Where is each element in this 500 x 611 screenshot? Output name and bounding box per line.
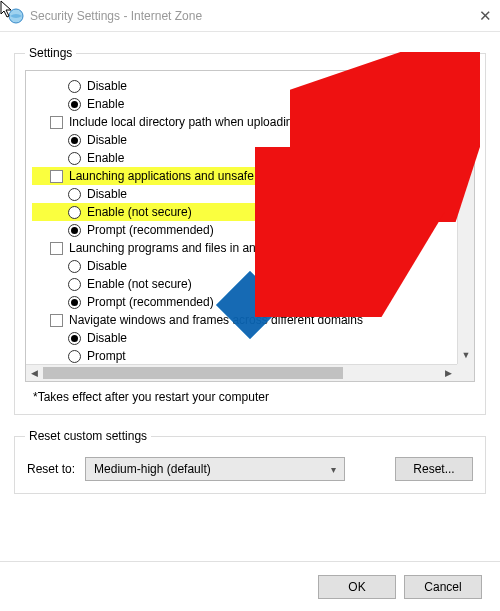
setting-category[interactable]: Launching applications and unsafe files <box>32 167 454 185</box>
radio-icon[interactable] <box>68 134 81 147</box>
option-label: Enable <box>87 151 124 165</box>
radio-icon[interactable] <box>68 98 81 111</box>
radio-icon[interactable] <box>68 350 81 363</box>
option-label: Disable <box>87 331 127 345</box>
scroll-left-icon[interactable]: ◀ <box>26 365 43 381</box>
vertical-scrollbar[interactable]: ▲ ▼ <box>457 71 474 364</box>
restart-note: *Takes effect after you restart your com… <box>33 390 473 404</box>
setting-category[interactable]: Launching programs and files in an IFRAM… <box>32 239 454 257</box>
setting-option[interactable]: Enable <box>32 149 454 167</box>
cancel-button[interactable]: Cancel <box>404 575 482 599</box>
settings-group: Settings DisableEnableInclude local dire… <box>14 46 486 415</box>
option-label: Enable (not secure) <box>87 205 192 219</box>
setting-option[interactable]: Enable <box>32 95 454 113</box>
radio-icon[interactable] <box>68 224 81 237</box>
setting-option[interactable]: Disable <box>32 131 454 149</box>
option-label: Disable <box>87 259 127 273</box>
option-label: Launching applications and unsafe files <box>69 169 278 183</box>
scroll-down-icon[interactable]: ▼ <box>458 347 474 364</box>
option-label: Enable (not secure) <box>87 277 192 291</box>
radio-icon[interactable] <box>68 206 81 219</box>
cursor-icon <box>0 0 14 18</box>
hscroll-thumb[interactable] <box>43 367 343 379</box>
setting-option[interactable]: Disable <box>32 185 454 203</box>
radio-icon[interactable] <box>68 188 81 201</box>
option-label: Launching programs and files in an IFRAM… <box>69 241 304 255</box>
option-label: Enable <box>87 97 124 111</box>
option-label: Disable <box>87 79 127 93</box>
radio-icon[interactable] <box>68 260 81 273</box>
radio-icon[interactable] <box>68 80 81 93</box>
option-label: Include local directory path when upload… <box>69 115 384 129</box>
reset-select[interactable]: Medium-high (default) ▾ <box>85 457 345 481</box>
option-label: Disable <box>87 187 127 201</box>
window-title: Security Settings - Internet Zone <box>30 9 452 23</box>
setting-category[interactable]: Include local directory path when upload… <box>32 113 454 131</box>
checkbox-icon[interactable] <box>50 170 63 183</box>
setting-option[interactable]: Prompt (recommended) <box>32 221 454 239</box>
radio-icon[interactable] <box>68 332 81 345</box>
checkbox-icon[interactable] <box>50 116 63 129</box>
option-label: Prompt (recommended) <box>87 295 214 309</box>
setting-option[interactable]: Disable <box>32 77 454 95</box>
option-label: Prompt <box>87 349 126 363</box>
radio-icon[interactable] <box>68 296 81 309</box>
settings-tree[interactable]: DisableEnableInclude local directory pat… <box>25 70 475 382</box>
option-label: Disable <box>87 133 127 147</box>
scroll-corner <box>457 364 474 381</box>
reset-select-value: Medium-high (default) <box>94 462 211 476</box>
scroll-right-icon[interactable]: ▶ <box>440 365 457 381</box>
radio-icon[interactable] <box>68 278 81 291</box>
close-button[interactable]: ✕ <box>452 7 492 25</box>
radio-icon[interactable] <box>68 152 81 165</box>
chevron-down-icon: ▾ <box>331 464 336 475</box>
setting-option[interactable]: Enable (not secure) <box>32 203 454 221</box>
setting-option[interactable]: Disable <box>32 257 454 275</box>
reset-group: Reset custom settings Reset to: Medium-h… <box>14 429 486 494</box>
titlebar: Security Settings - Internet Zone ✕ <box>0 0 500 32</box>
settings-legend: Settings <box>25 46 76 60</box>
reset-button[interactable]: Reset... <box>395 457 473 481</box>
option-label: Prompt (recommended) <box>87 223 214 237</box>
checkbox-icon[interactable] <box>50 314 63 327</box>
horizontal-scrollbar[interactable]: ◀ ▶ <box>26 364 457 381</box>
ok-button[interactable]: OK <box>318 575 396 599</box>
dialog-footer: OK Cancel <box>0 561 500 611</box>
option-label: Navigate windows and frames across diffe… <box>69 313 363 327</box>
scroll-up-icon[interactable]: ▲ <box>458 71 474 88</box>
reset-legend: Reset custom settings <box>25 429 151 443</box>
reset-label: Reset to: <box>27 462 75 476</box>
setting-option[interactable]: Prompt <box>32 347 454 365</box>
scroll-thumb[interactable] <box>460 88 472 148</box>
checkbox-icon[interactable] <box>50 242 63 255</box>
